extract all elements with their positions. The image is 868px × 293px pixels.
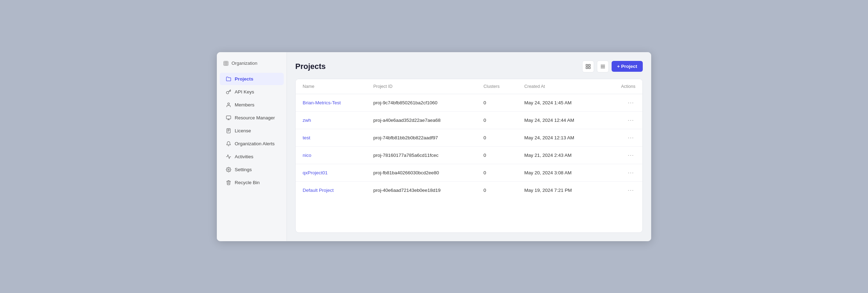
svg-point-1 xyxy=(228,103,229,104)
cell-actions: ··· xyxy=(604,146,642,164)
table-row: Default Project proj-40e6aad72143eb0ee18… xyxy=(296,181,642,199)
cell-project-id: proj-a40e6aad352d22ae7aea68 xyxy=(366,111,477,129)
org-icon xyxy=(223,61,229,66)
list-view-button[interactable] xyxy=(597,61,609,72)
activities-icon xyxy=(226,154,231,159)
cell-actions: ··· xyxy=(604,129,642,146)
cell-clusters: 0 xyxy=(476,94,517,111)
svg-rect-0 xyxy=(224,61,228,65)
sidebar-label-projects: Projects xyxy=(235,76,253,82)
settings-icon xyxy=(226,167,231,172)
cell-name[interactable]: Default Project xyxy=(296,181,366,199)
table-row: zwh proj-a40e6aad352d22ae7aea68 0 May 24… xyxy=(296,111,642,129)
sidebar-label-license: License xyxy=(235,128,251,133)
row-actions-button[interactable]: ··· xyxy=(626,152,635,159)
license-icon xyxy=(226,128,231,133)
projects-icon xyxy=(226,76,231,82)
cell-created-at: May 24, 2024 12:44 AM xyxy=(517,111,604,129)
row-actions-button[interactable]: ··· xyxy=(626,187,635,194)
cell-created-at: May 20, 2024 3:08 AM xyxy=(517,164,604,181)
cell-project-id: proj-9c74bfb850261ba2cf1060 xyxy=(366,94,477,111)
col-actions: Actions xyxy=(604,79,642,94)
table-row: nico proj-78160177a785a6cd11fcec 0 May 2… xyxy=(296,146,642,164)
cell-project-id: proj-40e6aad72143eb0ee18d19 xyxy=(366,181,477,199)
svg-rect-5 xyxy=(586,64,588,66)
svg-rect-2 xyxy=(226,116,231,119)
row-actions-button[interactable]: ··· xyxy=(626,117,635,124)
page-title: Projects xyxy=(295,62,326,71)
sidebar-label-activities: Activities xyxy=(235,154,253,159)
sidebar-label-api-keys: API Keys xyxy=(235,89,254,95)
cell-name[interactable]: Brian-Metrics-Test xyxy=(296,94,366,111)
org-label: Organization xyxy=(232,61,257,66)
sidebar-item-projects[interactable]: Projects xyxy=(220,73,284,85)
projects-table-card: Name Project ID Clusters Created At Acti… xyxy=(295,79,643,233)
project-link[interactable]: Brian-Metrics-Test xyxy=(303,100,341,105)
sidebar-item-resource-manager[interactable]: Resource Manager xyxy=(220,112,284,124)
cell-clusters: 0 xyxy=(476,181,517,199)
row-actions-button[interactable]: ··· xyxy=(626,134,635,141)
sidebar-label-org-alerts: Organization Alerts xyxy=(235,141,275,146)
project-link[interactable]: nico xyxy=(303,153,311,158)
resource-manager-icon xyxy=(226,115,231,120)
cell-created-at: May 21, 2024 2:43 AM xyxy=(517,146,604,164)
project-link[interactable]: Default Project xyxy=(303,188,334,193)
project-link[interactable]: qxProject01 xyxy=(303,170,328,175)
table-header-row: Name Project ID Clusters Created At Acti… xyxy=(296,79,642,94)
members-icon xyxy=(226,102,231,107)
cell-project-id: proj-74bfb81bb2b0b822aadf97 xyxy=(366,129,477,146)
cell-project-id: proj-78160177a785a6cd11fcec xyxy=(366,146,477,164)
sidebar: Organization Projects API Keys Members xyxy=(217,52,287,241)
svg-rect-8 xyxy=(588,67,590,69)
cell-actions: ··· xyxy=(604,111,642,129)
row-actions-button[interactable]: ··· xyxy=(626,169,635,176)
header-actions: + Project xyxy=(582,61,643,72)
org-header: Organization xyxy=(217,58,287,72)
col-clusters: Clusters xyxy=(476,79,517,94)
svg-point-4 xyxy=(228,169,229,170)
cell-name[interactable]: test xyxy=(296,129,366,146)
cell-name[interactable]: nico xyxy=(296,146,366,164)
cell-clusters: 0 xyxy=(476,111,517,129)
main-content: Projects + Project Nam xyxy=(287,52,651,241)
projects-table: Name Project ID Clusters Created At Acti… xyxy=(296,79,642,199)
cell-project-id: proj-fb81ba40266030bcd2ee80 xyxy=(366,164,477,181)
project-link[interactable]: zwh xyxy=(303,118,311,123)
cell-name[interactable]: zwh xyxy=(296,111,366,129)
sidebar-item-recycle-bin[interactable]: Recycle Bin xyxy=(220,176,284,189)
cell-actions: ··· xyxy=(604,181,642,199)
cell-created-at: May 24, 2024 12:13 AM xyxy=(517,129,604,146)
sidebar-label-members: Members xyxy=(235,102,254,107)
svg-rect-7 xyxy=(586,67,588,69)
col-name: Name xyxy=(296,79,366,94)
project-link[interactable]: test xyxy=(303,135,310,140)
sidebar-item-activities[interactable]: Activities xyxy=(220,151,284,163)
cell-actions: ··· xyxy=(604,94,642,111)
sidebar-item-organization-alerts[interactable]: Organization Alerts xyxy=(220,138,284,150)
cell-created-at: May 19, 2024 7:21 PM xyxy=(517,181,604,199)
sidebar-label-resource-manager: Resource Manager xyxy=(235,115,275,120)
api-keys-icon xyxy=(226,89,231,95)
cell-clusters: 0 xyxy=(476,146,517,164)
grid-icon xyxy=(585,64,591,69)
cell-name[interactable]: qxProject01 xyxy=(296,164,366,181)
row-actions-button[interactable]: ··· xyxy=(626,99,635,106)
table-row: Brian-Metrics-Test proj-9c74bfb850261ba2… xyxy=(296,94,642,111)
col-created-at: Created At xyxy=(517,79,604,94)
sidebar-item-license[interactable]: License xyxy=(220,125,284,137)
sidebar-label-recycle-bin: Recycle Bin xyxy=(235,180,260,185)
cell-created-at: May 24, 2024 1:45 AM xyxy=(517,94,604,111)
sidebar-label-settings: Settings xyxy=(235,167,252,172)
table-row: qxProject01 proj-fb81ba40266030bcd2ee80 … xyxy=(296,164,642,181)
sidebar-item-members[interactable]: Members xyxy=(220,99,284,111)
sidebar-item-settings[interactable]: Settings xyxy=(220,163,284,176)
cell-clusters: 0 xyxy=(476,164,517,181)
cell-clusters: 0 xyxy=(476,129,517,146)
add-project-button[interactable]: + Project xyxy=(612,61,643,72)
grid-view-button[interactable] xyxy=(582,61,594,72)
cell-actions: ··· xyxy=(604,164,642,181)
col-project-id: Project ID xyxy=(366,79,477,94)
sidebar-item-api-keys[interactable]: API Keys xyxy=(220,86,284,98)
recycle-bin-icon xyxy=(226,180,231,185)
page-header: Projects + Project xyxy=(295,61,643,72)
